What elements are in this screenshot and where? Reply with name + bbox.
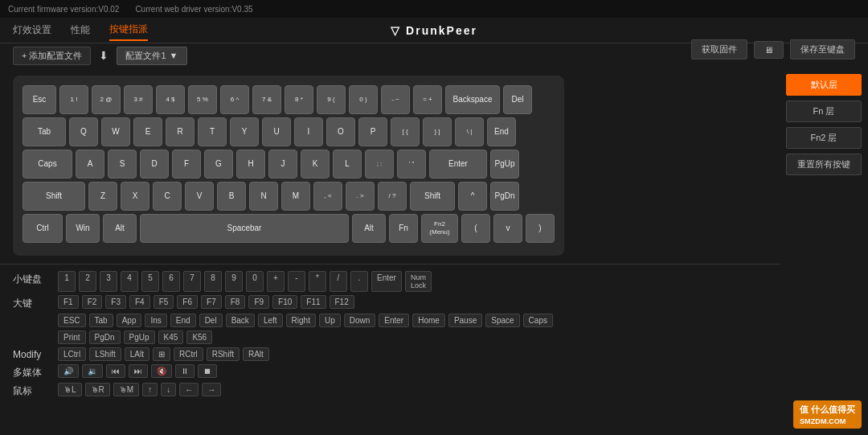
- chip-f11[interactable]: F11: [301, 295, 326, 309]
- chip-num-0[interactable]: 0: [246, 271, 264, 292]
- key-c[interactable]: C: [153, 182, 182, 211]
- chip-stop[interactable]: ⏹: [198, 364, 217, 378]
- default-layer-button[interactable]: 默认层: [786, 74, 862, 96]
- key-up[interactable]: ^: [458, 182, 487, 211]
- chip-mouse-right[interactable]: →: [202, 383, 221, 396]
- chip-num-9[interactable]: 9: [225, 271, 243, 292]
- key-9[interactable]: 9 (: [317, 85, 346, 114]
- chip-pgup[interactable]: PgUp: [124, 330, 155, 344]
- chip-mouse-r[interactable]: 🖱R: [85, 383, 110, 396]
- key-t[interactable]: T: [198, 117, 227, 146]
- key-alt-r[interactable]: Alt: [352, 214, 386, 243]
- key-ctrl-l[interactable]: Ctrl: [23, 214, 63, 243]
- chip-pause[interactable]: Pause: [448, 314, 482, 327]
- chip-mouse-down[interactable]: ↓: [161, 383, 176, 396]
- chip-mute[interactable]: 🔇: [151, 364, 172, 378]
- chip-num-8[interactable]: 8: [204, 271, 222, 292]
- fn-layer-button[interactable]: Fn 层: [786, 101, 862, 122]
- chip-lalt[interactable]: LAlt: [125, 347, 149, 361]
- chip-enter[interactable]: Enter: [371, 271, 402, 292]
- key-slash[interactable]: / ?: [378, 182, 407, 211]
- key-pgup[interactable]: PgUp: [490, 150, 519, 179]
- chip-num-1[interactable]: 1: [58, 271, 76, 292]
- key-v[interactable]: V: [185, 182, 214, 211]
- key-end[interactable]: End: [487, 117, 516, 146]
- key-h[interactable]: H: [236, 150, 265, 179]
- key-k[interactable]: K: [301, 150, 330, 179]
- chip-end[interactable]: End: [170, 314, 196, 327]
- chip-tab[interactable]: Tab: [89, 314, 113, 327]
- chip-f10[interactable]: F10: [272, 295, 297, 309]
- chip-rshift[interactable]: RShift: [207, 347, 240, 361]
- key-space[interactable]: Spacebar: [140, 214, 349, 243]
- chip-print[interactable]: Print: [58, 330, 86, 344]
- key-g[interactable]: G: [204, 150, 233, 179]
- chip-mouse-m[interactable]: 🖱M: [113, 383, 139, 396]
- chip-f1[interactable]: F1: [58, 295, 79, 309]
- key-win[interactable]: Win: [66, 214, 100, 243]
- key-left[interactable]: (: [461, 214, 490, 243]
- chip-mouse-up[interactable]: ↑: [142, 383, 158, 396]
- key-comma[interactable]: , <: [313, 182, 342, 211]
- chip-left[interactable]: Left: [258, 314, 283, 327]
- key-tab[interactable]: Tab: [23, 117, 66, 146]
- chip-num-4[interactable]: 4: [121, 271, 138, 292]
- key-esc[interactable]: Esc: [23, 85, 56, 114]
- icon-monitor-button[interactable]: 🖥: [754, 41, 784, 59]
- key-4[interactable]: 4 $: [156, 85, 185, 114]
- chip-dot[interactable]: .: [350, 271, 368, 292]
- key-z[interactable]: Z: [88, 182, 117, 211]
- chip-numlock[interactable]: NumLock: [405, 271, 432, 292]
- key-o[interactable]: O: [326, 117, 355, 146]
- chip-right[interactable]: Right: [286, 314, 316, 327]
- tab-perf[interactable]: 性能: [71, 20, 90, 40]
- chip-ins[interactable]: Ins: [145, 314, 166, 327]
- chip-lshift[interactable]: LShift: [89, 347, 121, 361]
- chip-app[interactable]: App: [117, 314, 142, 327]
- key-down[interactable]: v: [493, 214, 522, 243]
- chip-k45[interactable]: K45: [158, 330, 184, 344]
- key-backspace[interactable]: Backspace: [445, 85, 500, 114]
- key-n[interactable]: N: [249, 182, 278, 211]
- chip-prev[interactable]: ⏮: [106, 364, 125, 378]
- key-5[interactable]: 5 %: [188, 85, 217, 114]
- chip-vol-up[interactable]: 🔊: [58, 364, 79, 378]
- chip-enter2[interactable]: Enter: [379, 314, 409, 327]
- key-r[interactable]: R: [166, 117, 194, 146]
- key-3[interactable]: 3 #: [124, 85, 153, 114]
- config-item-1[interactable]: 配置文件1 ▼: [117, 47, 186, 65]
- chip-pgdn[interactable]: PgDn: [89, 330, 121, 344]
- key-a[interactable]: A: [76, 150, 104, 179]
- chip-num-6[interactable]: 6: [162, 271, 180, 292]
- key-backslash[interactable]: \ |: [455, 117, 484, 146]
- key-rbracket[interactable]: } ]: [423, 117, 452, 146]
- chip-caps[interactable]: Caps: [523, 314, 553, 327]
- get-firmware-button[interactable]: 获取固件: [691, 39, 747, 60]
- chip-mouse-l[interactable]: 🖱L: [58, 383, 82, 396]
- chip-mouse-left[interactable]: ←: [179, 383, 199, 396]
- chip-k56[interactable]: K56: [186, 330, 212, 344]
- chip-f4[interactable]: F4: [129, 295, 150, 309]
- chip-back[interactable]: Back: [226, 314, 255, 327]
- key-alt-l[interactable]: Alt: [103, 214, 137, 243]
- chip-f2[interactable]: F2: [82, 295, 103, 309]
- key-8[interactable]: 8 *: [285, 85, 313, 114]
- key-w[interactable]: W: [101, 117, 130, 146]
- key-0[interactable]: 0 ): [349, 85, 378, 114]
- chip-home[interactable]: Home: [412, 314, 445, 327]
- chip-ralt[interactable]: RAlt: [243, 347, 269, 361]
- key-caps[interactable]: Caps: [23, 150, 72, 179]
- key-pgdn[interactable]: PgDn: [490, 182, 519, 211]
- chip-div[interactable]: /: [330, 271, 347, 292]
- key-p[interactable]: P: [358, 117, 387, 146]
- chip-f3[interactable]: F3: [105, 295, 126, 309]
- key-period[interactable]: . >: [346, 182, 375, 211]
- chip-del[interactable]: Del: [199, 314, 223, 327]
- chip-f8[interactable]: F8: [225, 295, 246, 309]
- add-config-button[interactable]: + 添加配置文件: [13, 47, 91, 65]
- key-equal[interactable]: = +: [413, 85, 442, 114]
- key-l[interactable]: L: [333, 150, 362, 179]
- key-x[interactable]: X: [121, 182, 149, 211]
- chip-f9[interactable]: F9: [248, 295, 269, 309]
- chip-f6[interactable]: F6: [177, 295, 198, 309]
